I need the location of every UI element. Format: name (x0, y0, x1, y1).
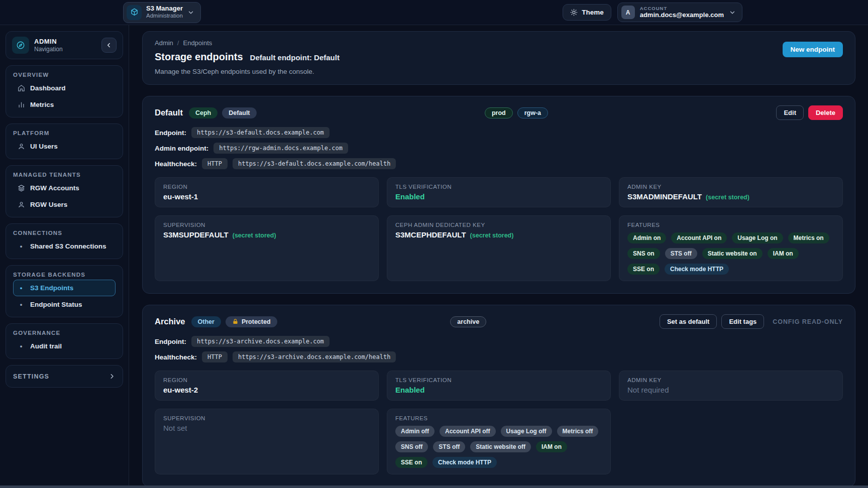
new-endpoint-button[interactable]: New endpoint (783, 42, 843, 57)
edit-button[interactable]: Edit (776, 105, 804, 120)
detail-row-label: Healthcheck: (155, 160, 197, 168)
feature-pill-admin-off: Admin off (395, 426, 435, 437)
sidebar-item-endpoint-status[interactable]: •Endpoint Status (13, 296, 116, 313)
endpoint-actions: Set as defaultEdit tagsCONFIG READ-ONLY (660, 314, 843, 329)
set-as-default-button[interactable]: Set as default (660, 314, 717, 329)
endpoint-card-header: DefaultCephDefaultprodrgw-aEditDelete (155, 105, 843, 120)
stat-label: TLS VERIFICATION (395, 377, 602, 383)
stat-value-text: Enabled (395, 192, 424, 201)
theme-toggle-button[interactable]: Theme (563, 4, 611, 21)
value-chip: HTTP (202, 158, 228, 169)
sidebar-item-s3-endpoints[interactable]: •S3 Endpoints (13, 280, 116, 296)
sun-icon (570, 9, 578, 16)
stat-label: ADMIN KEY (627, 377, 834, 383)
sidebar-item-ui-users[interactable]: UI Users (13, 138, 116, 155)
chevron-right-icon (108, 373, 116, 380)
endpoint-detail-rows: Endpoint:https://s3-archive.docs.example… (155, 336, 843, 362)
sidebar-section-governance: GOVERNANCE•Audit trail (6, 323, 123, 359)
feature-pill-admin-on: Admin on (627, 232, 666, 243)
page-description: Manage the S3/Ceph endpoints used by the… (155, 68, 843, 75)
endpoint-tags: archive (277, 316, 660, 327)
sidebar-item-shared-s3-connections[interactable]: •Shared S3 Connections (13, 238, 116, 255)
chevron-down-icon (187, 9, 194, 16)
detail-row-endpoint: Endpoint:https://s3-archive.docs.example… (155, 336, 843, 347)
sidebar-item-dashboard[interactable]: Dashboard (13, 80, 116, 96)
stat-label: SUPERVISION (163, 415, 370, 421)
value-chip: https://s3-default.docs.example.com/heal… (233, 158, 396, 169)
sidebar-item-audit-trail[interactable]: •Audit trail (13, 338, 116, 354)
sidebar-item-rgw-users[interactable]: RGW Users (13, 196, 116, 213)
stat-value-text: Not set (163, 424, 187, 432)
default-endpoint-indicator: Default endpoint: Default (250, 53, 340, 62)
stat-grid-row-2: SUPERVISIONNot setFEATURESAdmin offAccou… (155, 409, 843, 474)
dot-icon: • (17, 285, 25, 291)
sidebar-item-rgw-accounts[interactable]: RGW Accounts (13, 180, 116, 196)
sidebar-item-metrics[interactable]: Metrics (13, 96, 116, 113)
detail-row-admin-endpoint: Admin endpoint:https://rgw-admin.docs.ex… (155, 143, 843, 154)
stat-value-text: Not required (627, 386, 669, 394)
value-chip: HTTP (202, 351, 228, 362)
breadcrumb-separator: / (177, 39, 179, 47)
stat-box-features: FEATURESAdmin offAccount API offUsage Lo… (387, 409, 611, 474)
sidebar-title: ADMIN (34, 38, 96, 46)
dot-icon: • (17, 343, 25, 349)
sidebar-item-label: Audit trail (30, 342, 62, 350)
stat-value: Not required (627, 386, 834, 394)
feature-pill-account-api-on: Account API on (671, 232, 727, 243)
app-subtitle: Administration (146, 13, 183, 19)
stat-value: eu-west-2 (163, 386, 370, 394)
navigation-compass-icon (12, 37, 29, 54)
settings-label: SETTINGS (13, 373, 49, 380)
feature-pill-metrics-on: Metrics on (788, 232, 829, 243)
feature-pill-sse-on: SSE on (627, 264, 660, 275)
app-switcher[interactable]: S3 Manager Administration (123, 2, 201, 23)
horizontal-scrollbar[interactable] (0, 485, 868, 488)
badge-label: Protected (242, 318, 271, 325)
sidebar-sections: OVERVIEWDashboardMetricsPLATFORMUI Users… (6, 65, 123, 359)
detail-row-label: Endpoint: (155, 129, 186, 137)
stat-label: FEATURES (627, 222, 834, 228)
value-chip: https://rgw-admin.docs.example.com (213, 143, 348, 154)
value-chip: https://s3-archive.docs.example.com (191, 336, 330, 347)
endpoint-name: Default (155, 108, 183, 117)
endpoint-card-archive: ArchiveOtherProtectedarchiveSet as defau… (142, 305, 855, 487)
badge-label: Default (229, 109, 250, 116)
stat-box-admin-key: ADMIN KEYS3MADMINDEFAULT(secret stored) (619, 177, 843, 207)
sidebar-section-label: GOVERNANCE (13, 330, 116, 336)
feature-pills: Admin offAccount API offUsage Log offMet… (395, 426, 602, 468)
badge-label: Other (198, 318, 214, 325)
value-chip: https://s3-default.docs.example.com (191, 127, 330, 138)
stat-label: SUPERVISION (163, 222, 370, 228)
account-menu[interactable]: A ACCOUNT admin.docs@example.com (617, 3, 742, 22)
sidebar-item-settings[interactable]: SETTINGS (6, 365, 123, 388)
sidebar-header: ADMIN Navigation (6, 31, 123, 59)
endpoint-name: Archive (155, 317, 185, 326)
stat-label: CEPH ADMIN DEDICATED KEY (395, 222, 602, 228)
delete-button[interactable]: Delete (808, 105, 843, 120)
breadcrumb-item-endpoints[interactable]: Endpoints (183, 39, 212, 47)
badge-default: Default (222, 107, 256, 118)
stat-box-supervision: SUPERVISIONS3MSUPDEFAULT(secret stored) (155, 215, 379, 281)
stat-grid-row-2: SUPERVISIONS3MSUPDEFAULT(secret stored)C… (155, 215, 843, 281)
stat-value-text: eu-west-1 (163, 192, 198, 201)
feature-pill-static-website-off: Static website off (470, 441, 531, 452)
edit-tags-button[interactable]: Edit tags (721, 314, 764, 329)
cube-logo-icon (127, 5, 142, 20)
sidebar-section-platform: PLATFORMUI Users (6, 124, 123, 159)
feature-pill-usage-log-on: Usage Log on (732, 232, 783, 243)
stat-label: ADMIN KEY (627, 184, 834, 190)
feature-pill-metrics-off: Metrics off (557, 426, 599, 437)
sidebar-section-storage-backends: STORAGE BACKENDS•S3 Endpoints•Endpoint S… (6, 265, 123, 317)
sidebar-section-managed-tenants: MANAGED TENANTSRGW AccountsRGW Users (6, 165, 123, 217)
dot-icon: • (17, 243, 25, 250)
stat-box-region: REGIONeu-west-1 (155, 177, 379, 207)
page-title: Storage endpoints (155, 51, 243, 63)
badge-ceph: Ceph (189, 107, 218, 118)
feature-pill-usage-log-off: Usage Log off (501, 426, 552, 437)
endpoint-actions: EditDelete (776, 105, 843, 120)
endpoint-detail-rows: Endpoint:https://s3-default.docs.example… (155, 127, 843, 169)
stat-value: eu-west-1 (163, 192, 370, 201)
sidebar-collapse-button[interactable] (101, 38, 117, 53)
sidebar-section-label: OVERVIEW (13, 72, 116, 78)
breadcrumb-item-admin[interactable]: Admin (155, 39, 173, 47)
